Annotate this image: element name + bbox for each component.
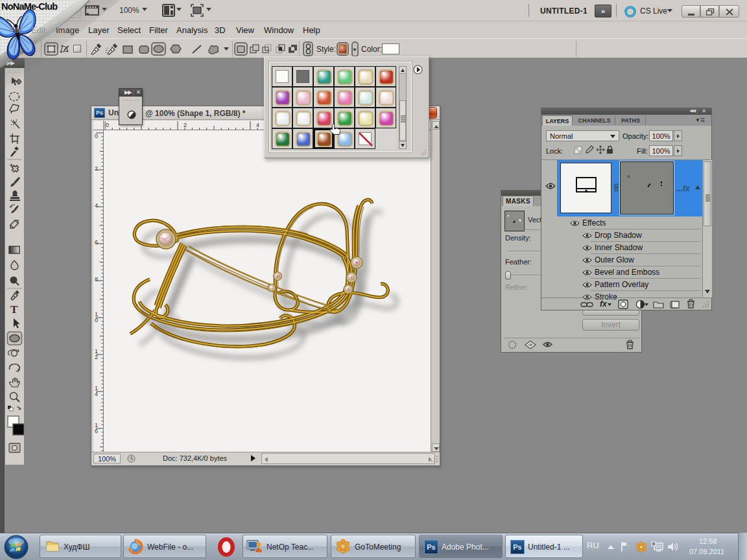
svg-text:6: 6 [95, 428, 98, 434]
svg-text:6: 6 [95, 239, 98, 246]
svg-text:4: 4 [256, 122, 259, 128]
svg-text:2: 2 [95, 165, 98, 172]
svg-text:0: 0 [95, 133, 98, 139]
svg-text:8: 8 [95, 276, 98, 283]
svg-text:2: 2 [95, 354, 98, 360]
svg-text:0: 0 [106, 122, 109, 128]
svg-text:0: 0 [95, 317, 98, 323]
svg-text:2: 2 [184, 122, 187, 128]
svg-text:T: T [10, 303, 18, 316]
svg-text:4: 4 [95, 202, 98, 209]
svg-text:4: 4 [95, 391, 98, 397]
